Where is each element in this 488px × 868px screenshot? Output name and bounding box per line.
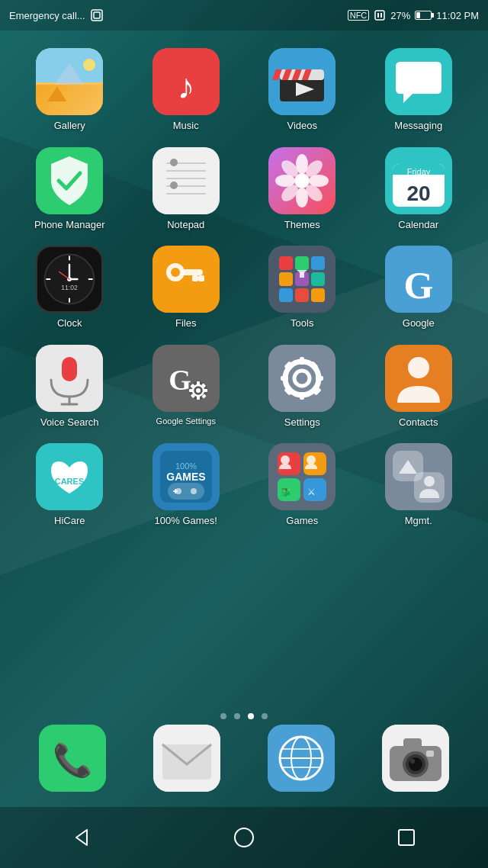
svg-rect-61 [152, 246, 220, 313]
home-button[interactable] [225, 818, 263, 857]
svg-rect-91 [197, 396, 200, 400]
app-item-hicare[interactable]: CARES HiCare [11, 437, 128, 536]
svg-rect-157 [399, 830, 414, 845]
notepad-icon [152, 147, 220, 214]
svg-rect-76 [311, 288, 325, 302]
messaging-label: Messaging [394, 120, 442, 132]
svg-text:100%: 100% [175, 461, 197, 471]
svg-text:CARES: CARES [55, 477, 85, 486]
status-left: Emergency call... [9, 8, 104, 22]
svg-rect-104 [316, 376, 323, 381]
svg-text:G: G [169, 364, 191, 396]
videos-label: Videos [287, 120, 317, 132]
google-icon: G [385, 246, 452, 313]
hicare-label: HiCare [54, 515, 85, 527]
svg-text:GAMES: GAMES [166, 471, 205, 483]
app-item-google-settings[interactable]: G Google Settings [128, 339, 245, 438]
svg-rect-102 [300, 392, 304, 400]
settings-icon [268, 345, 336, 412]
clock-label: Clock [57, 317, 82, 330]
svg-rect-7 [36, 82, 103, 115]
nav-bar [0, 807, 488, 868]
time-display: 11:02 PM [436, 10, 479, 21]
dock-item-browser[interactable] [268, 725, 335, 792]
dock-browser-icon [268, 725, 335, 792]
google-settings-icon: G [152, 345, 220, 412]
svg-marker-155 [76, 830, 87, 845]
svg-rect-65 [192, 275, 198, 281]
home-screen: Gallery ♪ Music [0, 31, 488, 548]
svg-text:📞: 📞 [53, 741, 93, 780]
svg-rect-66 [198, 275, 204, 281]
svg-rect-71 [279, 272, 293, 286]
screenshot-icon [90, 8, 104, 22]
app-item-mgmt[interactable]: Mgmt. [361, 437, 477, 536]
files-icon [152, 246, 220, 313]
svg-rect-28 [166, 178, 206, 179]
app-item-music[interactable]: ♪ Music [128, 42, 245, 141]
back-button[interactable] [63, 818, 101, 857]
dock-camera-icon [382, 725, 449, 792]
svg-rect-125 [303, 452, 326, 475]
svg-point-153 [410, 759, 415, 764]
dock-item-phone[interactable]: 📞 [39, 725, 106, 792]
calendar-label: Calendar [398, 219, 438, 231]
svg-point-136 [424, 476, 435, 487]
battery-text: 27% [390, 10, 410, 21]
svg-rect-73 [311, 272, 325, 286]
recent-icon [395, 826, 418, 849]
battery-icon [415, 11, 432, 20]
dock-item-camera[interactable] [382, 725, 449, 792]
emergency-call-text: Emergency call... [9, 10, 85, 21]
phone-manager-icon [36, 147, 103, 214]
app-item-notepad[interactable]: Notepad [128, 141, 245, 240]
app-item-tools[interactable]: Tools [244, 240, 361, 339]
app-item-games-folder[interactable]: 🐉 ⚔ Games [244, 437, 361, 536]
svg-rect-124 [278, 452, 300, 475]
google-label: Google [403, 317, 435, 330]
notepad-label: Notepad [167, 219, 204, 231]
app-item-voice-search[interactable]: Voice Search [11, 339, 128, 438]
google-settings-label: Google Settings [156, 416, 216, 426]
themes-icon [268, 147, 336, 214]
music-label: Music [173, 120, 199, 132]
app-item-files[interactable]: Files [128, 240, 245, 339]
recent-button[interactable] [387, 818, 425, 857]
svg-rect-90 [197, 381, 200, 385]
app-item-games100[interactable]: GAMES 100% 100% Games! [128, 437, 245, 536]
voice-search-label: Voice Search [40, 416, 99, 429]
gallery-label: Gallery [54, 120, 85, 132]
svg-rect-101 [300, 357, 304, 365]
app-grid: Gallery ♪ Music [11, 38, 477, 540]
svg-point-63 [171, 268, 180, 277]
svg-rect-30 [166, 193, 206, 194]
svg-rect-27 [166, 170, 206, 172]
svg-rect-68 [279, 256, 293, 270]
app-item-google[interactable]: G Google [361, 240, 477, 339]
mgmt-icon [385, 443, 452, 510]
svg-rect-154 [426, 751, 434, 757]
svg-text:⚔: ⚔ [307, 487, 316, 497]
app-item-clock[interactable]: 11:02 Clock [11, 240, 128, 339]
svg-rect-4 [380, 13, 382, 18]
svg-text:🐉: 🐉 [280, 486, 291, 497]
svg-point-89 [196, 388, 201, 393]
tools-icon [268, 246, 336, 313]
back-icon [70, 826, 93, 849]
app-item-phone-manager[interactable]: Phone Manager [11, 141, 128, 240]
svg-rect-8 [36, 90, 103, 115]
app-item-gallery[interactable]: Gallery [11, 42, 128, 141]
voice-search-icon [36, 345, 103, 412]
settings-label: Settings [284, 416, 320, 429]
svg-rect-93 [204, 389, 207, 392]
mgmt-label: Mgmt. [405, 515, 432, 527]
app-item-settings[interactable]: Settings [244, 339, 361, 438]
svg-rect-103 [281, 376, 288, 381]
app-item-themes[interactable]: Themes [244, 141, 361, 240]
dock-item-messages[interactable] [153, 725, 220, 792]
contacts-label: Contacts [399, 416, 438, 429]
app-item-contacts[interactable]: Contacts [361, 339, 477, 438]
app-item-calendar[interactable]: Friday 20 Calendar [361, 141, 477, 240]
app-item-messaging[interactable]: Messaging [361, 42, 477, 141]
app-item-videos[interactable]: Videos [244, 42, 361, 141]
